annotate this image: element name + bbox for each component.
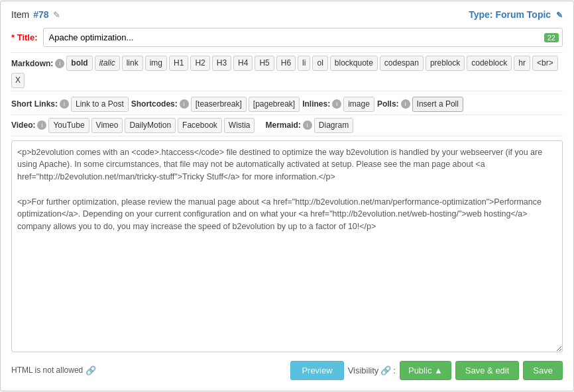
footer-row: HTML is not allowed 🔗 Preview Visibility… bbox=[11, 361, 563, 380]
image-button[interactable]: image bbox=[343, 97, 374, 112]
h6-button[interactable]: H6 bbox=[276, 56, 296, 71]
header-row: Item #78 ✎ Type: Forum Topic ✎ bbox=[11, 9, 563, 20]
inlines-section: Inlines: i image bbox=[302, 97, 374, 112]
shortlinks-toolbar: Short Links: i Link to a Post Shortcodes… bbox=[11, 94, 563, 115]
ol-button[interactable]: ol bbox=[312, 56, 327, 71]
video-toolbar: Video: i YouTube Vimeo DailyMotion Faceb… bbox=[11, 115, 563, 136]
insert-poll-button[interactable]: Insert a Poll bbox=[412, 97, 463, 112]
public-button[interactable]: Public ▲ bbox=[400, 361, 451, 380]
html-notice-icon: 🔗 bbox=[86, 366, 96, 375]
inlines-label: Inlines: bbox=[302, 99, 330, 109]
h1-button[interactable]: H1 bbox=[169, 56, 188, 71]
item-number: #78 bbox=[33, 9, 48, 20]
title-input-wrapper: 22 bbox=[43, 28, 563, 47]
html-notice-text: HTML is not allowed bbox=[11, 366, 83, 375]
mermaid-info-icon[interactable]: i bbox=[303, 121, 312, 130]
diagram-button[interactable]: Diagram bbox=[314, 118, 353, 133]
footer-actions: Preview Visibility 🔗 : Public ▲ Save & e… bbox=[290, 361, 563, 380]
img-button[interactable]: img bbox=[145, 56, 167, 71]
editor-container: Item #78 ✎ Type: Forum Topic ✎ * Title: … bbox=[0, 1, 574, 391]
item-text: Item bbox=[11, 9, 29, 20]
edit-item-icon[interactable]: ✎ bbox=[53, 10, 60, 20]
blockquote-button[interactable]: blockquote bbox=[330, 56, 378, 71]
title-input[interactable] bbox=[43, 28, 563, 47]
link-button[interactable]: link bbox=[122, 56, 143, 71]
wistia-button[interactable]: Wistia bbox=[224, 118, 255, 133]
markdown-label: Markdown: bbox=[11, 59, 53, 68]
italic-button[interactable]: italic bbox=[95, 56, 120, 71]
visibility-label: Visibility 🔗 : bbox=[348, 366, 396, 375]
bold-button[interactable]: bold bbox=[66, 56, 92, 71]
li-button[interactable]: li bbox=[298, 56, 310, 71]
shortlinks-info-icon[interactable]: i bbox=[60, 99, 69, 109]
type-value: Forum Topic bbox=[495, 9, 551, 20]
visibility-colon: : bbox=[393, 366, 396, 375]
shortlinks-section: Short Links: i Link to a Post bbox=[11, 97, 129, 112]
markdown-info-icon[interactable]: i bbox=[55, 59, 64, 68]
markdown-toolbar: Markdown: i bold italic link img H1 H2 H… bbox=[11, 52, 563, 91]
dailymotion-button[interactable]: DailyMotion bbox=[125, 118, 176, 133]
h4-button[interactable]: H4 bbox=[233, 56, 253, 71]
save-button[interactable]: Save bbox=[523, 361, 563, 380]
inlines-info-icon[interactable]: i bbox=[332, 99, 341, 109]
save-edit-button[interactable]: Save & edit bbox=[455, 361, 520, 380]
html-notice: HTML is not allowed 🔗 bbox=[11, 366, 96, 375]
hr-button[interactable]: hr bbox=[514, 56, 530, 71]
facebook-button[interactable]: Facebook bbox=[178, 118, 222, 133]
x-button[interactable]: X bbox=[11, 73, 25, 88]
polls-section: Polls: i Insert a Poll bbox=[377, 97, 463, 112]
title-label: * Title: bbox=[11, 32, 38, 42]
preblock-button[interactable]: preblock bbox=[426, 56, 465, 71]
h5-button[interactable]: H5 bbox=[255, 56, 274, 71]
codespan-button[interactable]: codespan bbox=[380, 56, 424, 71]
shortlinks-label: Short Links: bbox=[11, 99, 58, 109]
video-label: Video: bbox=[11, 121, 35, 130]
visibility-icon: 🔗 bbox=[380, 366, 391, 375]
title-row: * Title: 22 bbox=[11, 28, 563, 47]
mermaid-label: Mermaid: bbox=[265, 121, 300, 130]
content-textarea[interactable]: <p>b2evolution comes with an <code>.htac… bbox=[11, 140, 563, 352]
polls-label: Polls: bbox=[377, 99, 399, 109]
h3-button[interactable]: H3 bbox=[212, 56, 231, 71]
preview-button[interactable]: Preview bbox=[290, 361, 343, 380]
item-label: Item #78 ✎ bbox=[11, 9, 60, 20]
textarea-wrapper: <p>b2evolution comes with an <code>.htac… bbox=[11, 140, 563, 354]
h2-button[interactable]: H2 bbox=[190, 56, 209, 71]
vimeo-button[interactable]: Vimeo bbox=[91, 118, 123, 133]
char-count-badge: 22 bbox=[544, 33, 559, 42]
mermaid-section: Mermaid: i Diagram bbox=[265, 118, 353, 133]
youtube-button[interactable]: YouTube bbox=[48, 118, 89, 133]
link-to-post-button[interactable]: Link to a Post bbox=[71, 97, 129, 112]
page-break-button[interactable]: [pagebreak] bbox=[249, 97, 300, 112]
type-label: Type: Forum Topic ✎ bbox=[469, 9, 563, 20]
shortcodes-section: Shortcodes: i [teaserbreak] [pagebreak] bbox=[131, 97, 300, 112]
visibility-text: Visibility bbox=[348, 366, 379, 375]
br-button[interactable]: <br> bbox=[532, 56, 558, 71]
codeblock-button[interactable]: codeblock bbox=[467, 56, 512, 71]
polls-info-icon[interactable]: i bbox=[401, 99, 410, 109]
video-section: Video: i YouTube Vimeo DailyMotion Faceb… bbox=[11, 118, 255, 133]
markdown-section: Markdown: i bold italic link img H1 H2 H… bbox=[11, 56, 563, 88]
shortcodes-info-icon[interactable]: i bbox=[180, 99, 189, 109]
video-info-icon[interactable]: i bbox=[37, 121, 46, 130]
shortcodes-label: Shortcodes: bbox=[131, 99, 178, 109]
type-prefix: Type: bbox=[469, 9, 495, 20]
teaser-break-button[interactable]: [teaserbreak] bbox=[191, 97, 247, 112]
type-external-icon[interactable]: ✎ bbox=[556, 11, 563, 20]
